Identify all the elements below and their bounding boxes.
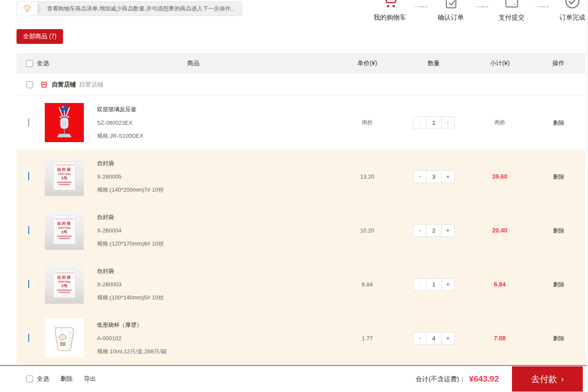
delete-link[interactable]: 删除 — [553, 227, 565, 234]
item-checkbox[interactable] — [28, 280, 29, 288]
step-label: 订单完成 — [559, 13, 585, 22]
item-checkbox[interactable] — [28, 118, 29, 126]
product-spec: 规格:10ml,12只/盒,288只/箱 — [97, 348, 335, 355]
bag-photo-text: Valve Bag — [53, 172, 75, 176]
quantity-input[interactable] — [426, 332, 441, 344]
product-image[interactable] — [45, 319, 84, 358]
quantity-input[interactable] — [426, 225, 441, 236]
footer-select-all-label[interactable]: 全选 — [37, 375, 49, 383]
quantity-stepper: - + — [413, 332, 455, 345]
column-header-actions: 操作 — [552, 60, 565, 67]
bag-photo-text: 自封袋 — [53, 221, 75, 226]
bag-photo-text: 3号 — [53, 176, 75, 181]
product-image[interactable]: 自封袋 Valve Bag 3号 — [45, 157, 84, 196]
product-spec: 规格:JR-S100DEX — [97, 132, 335, 140]
checkout-button-label: 去付款 — [531, 373, 557, 385]
quantity-decrease-button[interactable]: - — [413, 171, 426, 183]
item-subtotal: 39.60 — [468, 173, 532, 180]
product-spec: 规格:(120*170mm)6# 10丝 — [97, 240, 335, 248]
quantity-decrease-button[interactable]: - — [413, 225, 426, 236]
store-subname: 自营店铺 — [79, 81, 103, 89]
step-my-cart: 我的购物车 — [366, 0, 414, 22]
column-header-quantity: 数量 — [428, 60, 440, 67]
bag-photo-text: Valve Bag — [53, 226, 75, 229]
unit-price: 10.20 — [335, 227, 400, 234]
step-label: 确认订单 — [438, 13, 464, 22]
product-title[interactable]: 双层玻璃反应釜 — [97, 106, 335, 113]
delete-link[interactable]: 删除 — [553, 120, 565, 126]
product-spec: 规格:(100*140mm)5# 10丝 — [97, 294, 335, 302]
tip-bar: 查看购物车商品清单,增加减少商品数量,并勾选想要的商品进入下一步操作。 — [17, 1, 242, 16]
unit-price: 6.84 — [335, 281, 400, 288]
quantity-input[interactable] — [426, 117, 441, 129]
store-name[interactable]: 自营店铺 — [52, 81, 76, 89]
product-image[interactable]: 自封袋 Valve Bag 3号 — [45, 211, 84, 250]
step-connector-icon: » — [475, 4, 488, 9]
lightbulb-icon — [17, 2, 37, 16]
product-code: X-260003 — [97, 281, 335, 288]
step-order-complete: 订单完成 — [548, 0, 588, 22]
payment-icon — [502, 0, 521, 10]
delete-link[interactable]: 删除 — [553, 281, 565, 288]
step-payment: 支付提交 — [488, 0, 535, 22]
bag-photo-text: 自封袋 — [53, 275, 75, 280]
quantity-decrease-button[interactable]: - — [413, 332, 426, 344]
shopping-cart-page: 查看购物车商品清单,增加减少商品数量,并勾选想要的商品进入下一步操作。 我的购物… — [0, 0, 588, 392]
quantity-input[interactable] — [426, 171, 441, 183]
chevron-right-icon: › — [561, 375, 564, 383]
product-title[interactable]: 自封袋 — [97, 267, 335, 275]
quantity-stepper: - + — [413, 116, 455, 129]
quantity-increase-button[interactable]: + — [441, 171, 454, 183]
cart-item-row: 双层玻璃反应釜 SZ-060023EX 规格:JR-S100DEX 询价 - +… — [17, 96, 585, 149]
quantity-stepper: - + — [413, 170, 455, 183]
item-checkbox[interactable] — [28, 172, 29, 180]
column-header-unit-price: 单价(¥) — [357, 60, 377, 67]
select-all-label: 全选 — [37, 60, 49, 67]
quantity-increase-button[interactable]: + — [441, 225, 454, 236]
total-value: ¥643.92 — [469, 374, 499, 384]
quantity-increase-button[interactable]: + — [441, 279, 454, 290]
item-checkbox[interactable] — [28, 334, 29, 342]
delete-link[interactable]: 删除 — [553, 173, 565, 180]
quantity-decrease-button[interactable]: - — [413, 117, 426, 129]
store-checkbox[interactable] — [26, 81, 33, 88]
quantity-increase-button[interactable]: + — [441, 117, 454, 129]
footer-bar: 全选 删除 导出 合计(不含运费)： ¥643.92 去付款 › — [0, 365, 588, 392]
order-complete-icon — [563, 0, 582, 10]
product-title[interactable]: 自封袋 — [97, 213, 335, 221]
checkout-button[interactable]: 去付款 › — [512, 366, 583, 392]
quantity-stepper: - + — [413, 278, 455, 291]
footer-export-link[interactable]: 导出 — [84, 375, 96, 383]
step-label: 支付提交 — [498, 13, 525, 22]
quantity-decrease-button[interactable]: - — [413, 279, 426, 290]
product-title[interactable]: 低形烧杯（厚壁） — [97, 321, 335, 329]
item-checkbox[interactable] — [28, 226, 29, 234]
product-spec: 规格:(140*200mm)7# 10丝 — [97, 186, 335, 194]
unit-price: 询价 — [335, 119, 400, 126]
tip-text: 查看购物车商品清单,增加减少商品数量,并勾选想要的商品进入下一步操作。 — [47, 5, 236, 13]
bag-photo-text: 自封袋 — [53, 167, 75, 172]
product-image[interactable] — [45, 103, 84, 142]
cart-table: 全选 商品 单价(¥) 数量 小计(¥) 操作 自营店铺 自营店铺 — [17, 53, 585, 365]
quantity-increase-button[interactable]: + — [441, 332, 454, 344]
store-icon — [40, 80, 48, 89]
item-subtotal: 20.40 — [468, 227, 532, 234]
item-subtotal: 6.84 — [468, 281, 532, 288]
quantity-input[interactable] — [426, 279, 441, 290]
total-label: 合计(不含运费)： — [415, 375, 465, 383]
product-title[interactable]: 自封袋 — [97, 159, 335, 167]
step-connector-icon: » — [414, 4, 427, 9]
cart-item-row: 自封袋 Valve Bag 3号 自封袋 X-260004 规格:(120*17… — [17, 203, 585, 257]
delete-link[interactable]: 删除 — [553, 335, 565, 342]
product-image[interactable]: 自封袋 Valve Bag 3号 — [45, 265, 84, 304]
tip-arrow-icon — [37, 2, 41, 16]
footer-select-all-checkbox[interactable] — [26, 375, 33, 382]
footer-delete-link[interactable]: 删除 — [60, 375, 73, 383]
cart-item-row: 自封袋 Valve Bag 3号 自封袋 X-260005 规格:(140*20… — [17, 149, 585, 203]
product-code: X-260005 — [97, 173, 335, 180]
checkout-steps: 我的购物车 » 确认订单 » 支付提交 » — [366, 0, 588, 22]
select-all-checkbox[interactable] — [26, 60, 33, 67]
step-label: 我的购物车 — [374, 13, 406, 22]
all-products-tab[interactable]: 全部商品 (7) — [17, 29, 63, 44]
bag-photo-text: 3号 — [53, 283, 75, 289]
